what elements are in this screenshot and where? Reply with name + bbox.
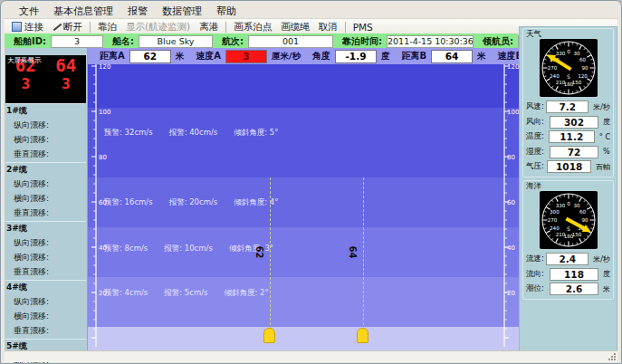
field-unit-current-direction: 度 [603,269,610,279]
cable-drift-label: 横向漂移: [14,311,86,322]
toolbar-button-pms[interactable]: PMS [349,21,378,34]
alarm-threshold-text: 预警: 32cm/s [104,128,153,139]
alarm-threshold-line-1: 预警: 32cm/s报警: 40cm/s倾斜角度: 5° [104,128,279,139]
app-window: 文件基本信息管理报警数据管理帮助 连接断开靠泊显示(航迹监测)离港画系泊点画缆绳… [0,0,622,364]
alarm-threshold-text: 倾斜角度: 5° [234,128,278,139]
toolbar-button-depart[interactable]: 离港 [195,20,223,34]
ocean-compass-gauge: 0306090120150180210240270300330S [540,191,598,249]
metric-label-distance-a: 距离A [100,50,125,62]
menu-item-data-mgmt[interactable]: 数据管理 [155,4,209,19]
mooring-line-2 [363,177,364,330]
field-label-current-direction: 流向: [526,269,550,280]
field-tide-level: 潮位:2.6米 [526,283,610,295]
svg-text:S: S [567,225,570,232]
menu-item-basic-info-mgmt[interactable]: 基本信息管理 [46,4,120,19]
display-digit: 3 [21,75,30,92]
svg-text:330: 330 [555,203,565,208]
display-speed-row: 33 [5,75,86,92]
field-value-wind-direction: 302 [550,116,598,129]
menu-item-alarm[interactable]: 报警 [120,4,155,19]
field-unit-current-speed: 米/秒 [593,254,610,264]
cable-drift-label: 纵向漂移: [14,120,86,131]
toolbar-button-label: PMS [353,22,373,33]
field-value-pressure: 1018 [547,160,591,173]
cable-group-2: 2#缆纵向漂移:横向漂移:垂直漂移: [5,162,86,221]
field-label-current-speed: 流速: [526,254,546,264]
info-value-berth-time[interactable]: 2011-4-15 10:30:36 [387,35,474,48]
toolbar-button-berth[interactable]: 靠泊 [93,20,121,34]
svg-text:90: 90 [581,65,589,71]
alarm-threshold-text: 倾斜角度: 3° [229,244,273,254]
big-screen-display-title: 大屏幕显示 [7,56,42,65]
ocean-group: 海洋0306090120150180210240270300330S流速:2.4… [522,180,614,300]
field-value-wind-speed: 7.2 [546,101,589,113]
toolbar-button-cancel[interactable]: 取消 [314,20,342,34]
svg-text:90: 90 [581,217,589,223]
connect-icon [12,22,22,32]
svg-text:330: 330 [555,51,565,56]
info-value-ship-id[interactable]: 3 [51,35,103,48]
field-humidity: 湿度:72% [526,146,610,158]
ocean-gauge-wrap: 0306090120150180210240270300330S [526,191,610,249]
toolbar-button-draw-cable[interactable]: 画缆绳 [276,20,314,34]
cable-drift-label: 横向漂移: [14,252,86,263]
ship-info-bar: 船舶ID:3船名:Blue Sky航次:001靠泊时间:2011-4-15 10… [5,34,518,49]
menu-item-help[interactable]: 帮助 [209,4,244,19]
weather-group-title: 天气 [526,29,610,38]
field-wind-direction: 风向:302度 [526,116,610,129]
field-pressure: 气压:1018百帕 [526,160,610,173]
field-value-temperature: 11.2 [549,130,595,143]
menu-item-file[interactable]: 文件 [12,4,46,19]
alarm-threshold-text: 预警: 4cm/s [104,288,148,299]
toolbar-button-label: 显示(航迹监测) [126,21,190,34]
metric-angle: 角度-1.9度 [301,50,390,63]
toolbar-button-display-track-monitor: 显示(航迹监测) [121,20,195,34]
field-unit-wind-speed: 米/秒 [593,102,610,112]
toolbar-separator [225,22,226,33]
info-label-ship-id: 船舶ID: [14,35,46,48]
toolbar-button-disconnect[interactable]: 断开 [48,20,87,34]
toolbar-button-connect[interactable]: 连接 [7,20,48,34]
field-value-tide-level: 2.6 [550,283,598,295]
cable-group-4: 4#缆纵向漂移:横向漂移:垂直漂移: [5,280,86,339]
field-unit-pressure: 百帕 [596,162,610,172]
field-wind-speed: 风速:7.2米/秒 [526,101,610,113]
big-screen-display: 大屏幕显示 6264 33 [5,55,86,103]
alarm-threshold-line-4: 预警: 4cm/s报警: 5cm/s倾斜角度: 2° [104,288,269,299]
toolbar-button-label: 画系泊点 [234,21,272,34]
field-value-current-speed: 2.4 [546,253,589,265]
cable-group-title: 1#缆 [5,105,86,117]
metric-unit-speed-a: 厘米/秒 [272,51,301,62]
info-label-ship-name: 船名: [112,35,134,48]
svg-text:80: 80 [99,154,107,161]
info-field-berth-time: 靠泊时间:2011-4-15 10:30:36 [333,35,474,48]
alarm-threshold-text: 预警: 16cm/s [104,197,153,208]
cable-group-title: 4#缆 [5,282,86,293]
cable-drift-label: 纵向漂移: [14,296,86,308]
weather-group: 天气0306090120150180210240270300330S风速:7.2… [522,28,614,177]
metric-label-speed-a: 速度A [196,50,221,62]
field-label-temperature: 温度: [526,131,549,142]
ocean-group-title: 海洋 [526,181,610,190]
info-value-voyage[interactable]: 001 [248,35,333,48]
alarm-threshold-text: 报警: 40cm/s [169,128,218,139]
toolbar-button-label: 取消 [319,21,338,34]
info-value-ship-name[interactable]: Blue Sky [139,35,213,48]
main-area: 距离A62米速度A3厘米/秒角度-1.9度距离B64米速度B3厘米/秒 1201… [88,48,519,351]
resize-grip-icon[interactable] [608,352,616,360]
svg-text:210: 210 [555,232,565,237]
field-value-humidity: 72 [550,146,598,158]
metric-unit-angle: 度 [381,51,390,62]
cable-drift-label: 横向漂移: [14,193,86,205]
display-digit: 3 [62,75,71,92]
svg-text:30: 30 [573,51,580,56]
alarm-threshold-line-3: 预警: 8cm/s报警: 10cm/s倾斜角度: 3° [104,244,273,254]
mooring-distance-label: 62 [254,246,264,259]
toolbar-button-draw-mooring-point[interactable]: 画系泊点 [229,20,276,34]
metric-value-speed-a: 3 [225,50,267,63]
svg-text:60: 60 [507,199,515,206]
field-unit-temperature: ° C [599,133,610,141]
metric-unit-distance-b: 米 [477,51,486,62]
toolbar-button-label: 断开 [63,21,82,34]
field-unit-humidity: % [603,148,610,156]
